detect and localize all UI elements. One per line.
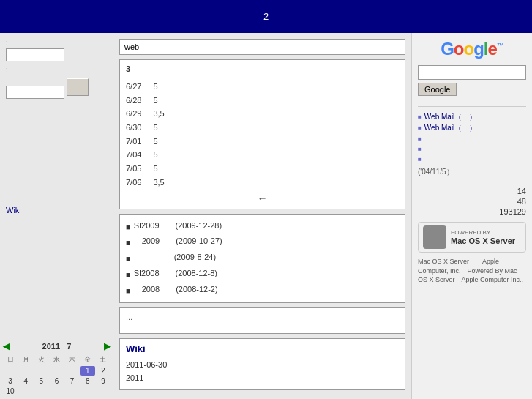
- date-row: 7/063,5: [126, 176, 399, 190]
- google-logo: Google™: [418, 39, 526, 59]
- macos-text: POWERED BY Mac OS X Server: [451, 229, 515, 245]
- news-item: ■ (2009-8-24): [126, 250, 399, 266]
- cal-cell[interactable]: 6: [49, 376, 64, 386]
- bullet-icon: ■: [126, 220, 131, 235]
- svg-rect-0: [423, 225, 446, 249]
- macos-server-name: Mac OS X Server: [451, 236, 515, 245]
- bullet-icon: ■: [126, 252, 131, 266]
- bullet-icon: ■: [126, 284, 131, 299]
- main-layout: : : Wiki ◀ 2011 7 ▶ 日 月 火 水 木: [0, 33, 532, 399]
- center-content: 3 6/275 6/285 6/293,5 6/305 7/015 7/045 …: [113, 33, 411, 399]
- link-section: ■ Web Mail（ ） ■ Web Mail（ ） ■ ■ ■: [418, 111, 526, 164]
- date-row: 6/293,5: [126, 107, 399, 121]
- news-item: ■ 2008 (2008-12-2): [126, 283, 399, 299]
- cal-day-header: 土: [96, 354, 110, 365]
- empty-panel-text: ...: [126, 313, 132, 321]
- wiki-date-1: 2011-06-30: [126, 359, 399, 372]
- input-2[interactable]: [6, 86, 64, 99]
- date-row: 7/045: [126, 148, 399, 162]
- bullet-icon: ■: [418, 135, 422, 143]
- cal-cell[interactable]: [49, 366, 64, 376]
- date-row: 6/285: [126, 94, 399, 108]
- cal-next-btn[interactable]: ▶: [104, 341, 110, 351]
- news-text: (2009-8-24): [134, 250, 399, 265]
- cal-day-header: 水: [49, 354, 64, 365]
- news-item: ■ SI2008 (2008-12-8): [126, 266, 399, 283]
- news-text: SI2008 (2008-12-8): [134, 266, 399, 281]
- apple-logo-icon: [423, 225, 446, 249]
- stat-value: 14: [517, 187, 526, 195]
- top-bar: 2: [0, 0, 532, 33]
- cal-cell[interactable]: 7: [65, 376, 80, 386]
- cal-day-header: 日: [3, 354, 18, 365]
- cal-cell[interactable]: [34, 366, 48, 376]
- stat-value: 48: [517, 197, 526, 206]
- empty-panel: ...: [119, 307, 405, 334]
- left-sidebar: : : Wiki ◀ 2011 7 ▶ 日 月 火 水 木: [0, 33, 113, 399]
- bullet-icon: ■: [418, 155, 422, 164]
- link-item[interactable]: ■ Web Mail（ ）: [418, 122, 526, 133]
- cal-cell[interactable]: 10: [3, 387, 18, 396]
- footer-text: Mac OS X Server Apple Computer, Inc. Pow…: [418, 257, 526, 285]
- cal-cell[interactable]: 4: [18, 376, 33, 386]
- stat-row: 14: [418, 187, 526, 195]
- wiki-date-2: 2011: [126, 372, 399, 385]
- news-text: 2009 (2009-10-27): [134, 234, 399, 249]
- macos-badge: POWERED BY Mac OS X Server: [418, 222, 526, 253]
- news-text: SI2009 (2009-12-28): [134, 219, 399, 234]
- macos-icon: [423, 225, 446, 249]
- date-row: 6/305: [126, 121, 399, 135]
- calendar-header: ◀ 2011 7 ▶: [3, 341, 110, 351]
- news-text: 2008 (2008-12-2): [134, 283, 399, 297]
- cal-cell-today[interactable]: 1: [80, 366, 95, 376]
- cal-cell[interactable]: [18, 366, 33, 376]
- cal-cell[interactable]: 3: [3, 376, 18, 386]
- cal-day-header: 火: [34, 354, 48, 365]
- google-search-input[interactable]: [418, 65, 526, 80]
- old-link[interactable]: ('04/11/5）: [418, 167, 526, 177]
- link-item[interactable]: ■: [418, 133, 526, 143]
- cal-cell[interactable]: 9: [96, 376, 110, 386]
- link-item[interactable]: ■: [418, 154, 526, 164]
- stat-row: 48: [418, 197, 526, 206]
- cal-day-header: 月: [18, 354, 33, 365]
- wiki-panel: Wiki 2011-06-30 2011: [119, 338, 405, 389]
- calendar-grid: 日 月 火 水 木 金 土 1 2 3 4 5 6 7: [3, 354, 110, 396]
- cal-cell[interactable]: 2: [96, 366, 110, 376]
- date-row: 7/015: [126, 135, 399, 149]
- date-row: 6/275: [126, 80, 399, 94]
- date-list: 6/275 6/285 6/293,5 6/305 7/015 7/045 7/…: [126, 80, 399, 190]
- news-panel: ■ SI2009 (2009-12-28) ■ 2009 (2009-10-27…: [119, 214, 405, 304]
- date-row: 7/055: [126, 162, 399, 176]
- cal-cell[interactable]: [65, 366, 80, 376]
- news-list: ■ SI2009 (2009-12-28) ■ 2009 (2009-10-27…: [126, 219, 399, 299]
- bullet-icon: ■: [418, 145, 422, 154]
- stat-value: 193129: [499, 207, 526, 216]
- divider: [418, 106, 526, 107]
- input-1[interactable]: [6, 48, 64, 61]
- calendar-section: ◀ 2011 7 ▶ 日 月 火 水 木 金 土: [0, 338, 113, 399]
- link-item[interactable]: ■: [418, 143, 526, 154]
- news-item: ■ SI2009 (2009-12-28): [126, 219, 399, 235]
- search-input[interactable]: [124, 42, 400, 51]
- google-text: Google™: [441, 39, 503, 59]
- bullet-icon: ■: [126, 236, 131, 250]
- cal-day-header: 金: [80, 354, 95, 365]
- news-item: ■ 2009 (2009-10-27): [126, 234, 399, 250]
- cal-cell[interactable]: 5: [34, 376, 48, 386]
- label-2: :: [6, 66, 107, 74]
- wiki-link[interactable]: Wiki: [6, 206, 107, 215]
- bullet-icon: ■: [126, 268, 131, 283]
- cal-cell[interactable]: 8: [80, 376, 95, 386]
- arrow-row: ←: [126, 193, 399, 204]
- right-sidebar: Google™ Google ■ Web Mail（ ） ■ Web Mail（…: [411, 33, 532, 399]
- link-item[interactable]: ■ Web Mail（ ）: [418, 111, 526, 122]
- powered-by-label: POWERED BY: [451, 229, 515, 236]
- google-search-button[interactable]: Google: [418, 83, 457, 96]
- divider: [418, 182, 526, 182]
- link-text: Web Mail（ ）: [424, 122, 477, 133]
- cal-prev-btn[interactable]: ◀: [3, 341, 10, 351]
- cal-cell[interactable]: [3, 366, 18, 376]
- link-text: Web Mail（ ）: [424, 111, 477, 122]
- sidebar-button[interactable]: [67, 78, 89, 96]
